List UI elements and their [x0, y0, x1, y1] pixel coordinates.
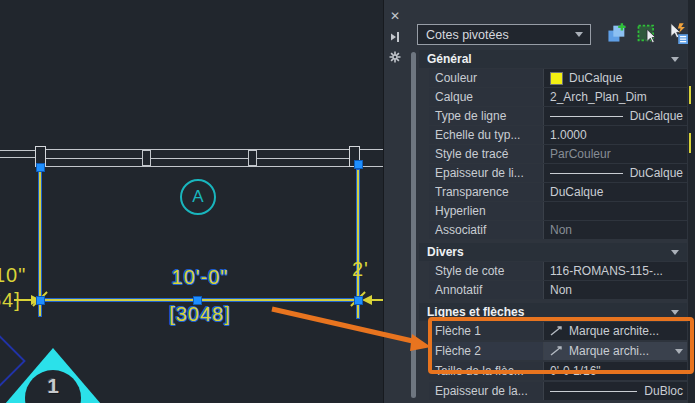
collapse-icon[interactable] [671, 57, 679, 62]
color-swatch [550, 72, 563, 85]
drawing-fragment [689, 86, 691, 104]
collapse-icon[interactable] [671, 250, 679, 255]
partial-dimension-left-bottom: 64] [0, 289, 21, 312]
property-row-style-de-trace[interactable]: Style de tracé ParCouleur [429, 145, 687, 163]
property-value[interactable] [544, 202, 687, 220]
section-callout-number: 1 [25, 374, 81, 398]
lineweight-preview [550, 173, 623, 174]
property-value[interactable]: DuBloc [544, 382, 687, 400]
diamond-symbol [0, 334, 26, 388]
property-row-epaisseur-la[interactable]: Epaisseur de la... DuBloc [429, 382, 687, 400]
settings-gear-icon[interactable] [389, 51, 401, 65]
window-glazing-line [44, 158, 350, 159]
property-row-transparence[interactable]: Transparence DuCalque [429, 183, 687, 201]
window-mullion [248, 150, 257, 166]
linetype-preview [550, 116, 623, 117]
property-row-associatif[interactable]: Associatif Non [429, 221, 687, 239]
property-row-echelle[interactable]: Echelle du typ... 1.0000 [429, 126, 687, 144]
grip-origin-right[interactable] [354, 160, 363, 169]
autocad-screenshot: { "canvas": { "grid_bubble": "A", "dimen… [0, 0, 695, 403]
toggle-pickadd-icon[interactable] [606, 22, 628, 44]
property-value: Non [544, 221, 687, 239]
property-value[interactable]: DuCalque [544, 183, 687, 201]
section-header-divers[interactable]: Divers [419, 243, 687, 261]
property-value[interactable]: 2_Arch_Plan_Dim [544, 88, 687, 106]
property-value: ParCouleur [544, 145, 687, 163]
auto-hide-icon[interactable] [389, 31, 401, 45]
property-value[interactable]: DuCalque [544, 164, 687, 182]
property-row-hyperlien[interactable]: Hyperlien [429, 202, 687, 220]
wall-line [0, 150, 36, 151]
property-row-epaisseur-ligne[interactable]: Epaisseur de li... DuCalque [429, 164, 687, 182]
select-objects-icon[interactable] [636, 22, 658, 44]
palette-scrollbar[interactable] [411, 52, 416, 398]
chevron-down-icon [575, 32, 583, 37]
property-row-calque[interactable]: Calque 2_Arch_Plan_Dim [429, 88, 687, 106]
dimension-text-primary: 10'-0" [120, 266, 280, 289]
dimension-text-secondary: [3048] [120, 303, 280, 326]
highlight-rectangle [428, 317, 694, 374]
grid-bubble-label: A [192, 187, 203, 207]
property-row-style-de-cote[interactable]: Style de cote 116-ROMANS-115-... [429, 262, 687, 280]
property-row-type-de-ligne[interactable]: Type de ligne DuCalque [429, 107, 687, 125]
section-header-general[interactable]: Général [419, 50, 687, 68]
partial-dimension-right: 2' [352, 258, 369, 281]
lineweight-preview [550, 391, 637, 392]
quick-select-icon[interactable] [666, 22, 688, 44]
property-row-annotatif[interactable]: Annotatif Non [429, 281, 687, 299]
window-mullion [142, 150, 151, 166]
object-type-value: Cotes pivotées [418, 28, 575, 42]
partial-dimension-left-top: 10" [0, 264, 26, 287]
wall-line [36, 166, 383, 167]
drawing-fragment [689, 133, 691, 153]
close-icon[interactable]: ✕ [390, 11, 400, 22]
property-value[interactable]: 116-ROMANS-115-... [544, 262, 687, 280]
collapse-icon[interactable] [671, 310, 679, 315]
grip-origin-left[interactable] [36, 163, 45, 172]
grid-bubble: A [180, 179, 216, 215]
property-value[interactable]: 1.0000 [544, 126, 687, 144]
grip-dimline-left[interactable] [36, 296, 45, 305]
grip-dimline-right[interactable] [354, 296, 363, 305]
property-value[interactable]: Non [544, 281, 687, 299]
wall-line [0, 157, 36, 158]
object-type-dropdown[interactable]: Cotes pivotées [417, 24, 591, 45]
property-value[interactable]: DuCalque [544, 107, 687, 125]
property-value[interactable]: DuCalque [544, 69, 687, 87]
property-row-couleur[interactable]: Couleur DuCalque [429, 69, 687, 87]
wall-line [36, 149, 383, 150]
